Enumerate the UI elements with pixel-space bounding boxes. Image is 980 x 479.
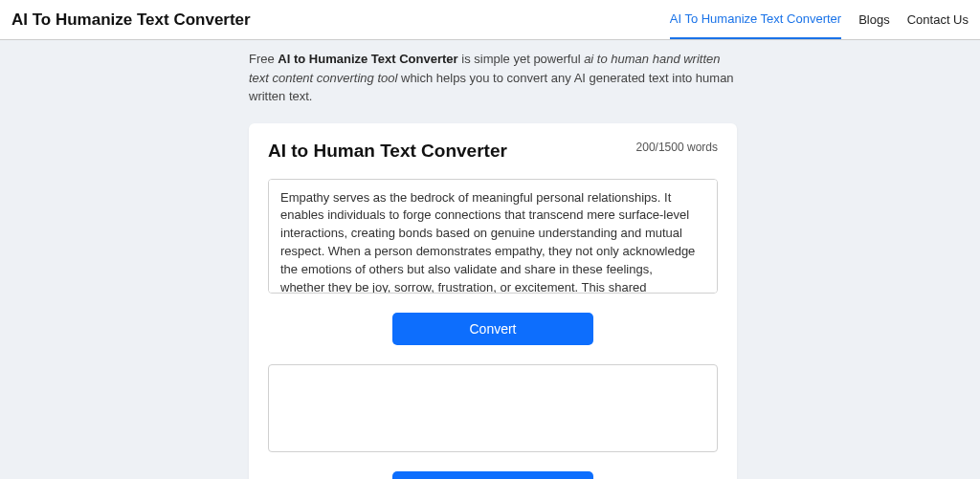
nav-converter[interactable]: AI To Humanize Text Converter	[670, 0, 841, 39]
page-title: AI To Humanize Text Converter	[11, 11, 251, 30]
card-title: AI to Human Text Converter	[268, 141, 507, 162]
intro-mid1: is simple yet powerful	[458, 52, 585, 66]
intro-prefix: Free	[249, 52, 278, 66]
reset-button[interactable]: Reset Result	[392, 471, 593, 480]
word-count: 200/1500 words	[636, 141, 718, 154]
header: AI To Humanize Text Converter AI To Huma…	[0, 0, 980, 40]
nav: AI To Humanize Text Converter Blogs Cont…	[670, 0, 969, 39]
card-header: AI to Human Text Converter 200/1500 word…	[268, 141, 718, 162]
output-box	[268, 364, 718, 452]
content: Free AI to Humanize Text Converter is si…	[0, 40, 980, 479]
nav-blogs[interactable]: Blogs	[858, 0, 890, 39]
convert-button[interactable]: Convert	[392, 313, 593, 345]
intro-text: Free AI to Humanize Text Converter is si…	[249, 50, 737, 106]
input-textarea-wrap	[268, 179, 718, 294]
converter-card: AI to Human Text Converter 200/1500 word…	[249, 123, 737, 480]
input-textarea[interactable]	[269, 180, 717, 293]
nav-contact[interactable]: Contact Us	[907, 0, 969, 39]
intro-bold: AI to Humanize Text Converter	[278, 52, 457, 66]
